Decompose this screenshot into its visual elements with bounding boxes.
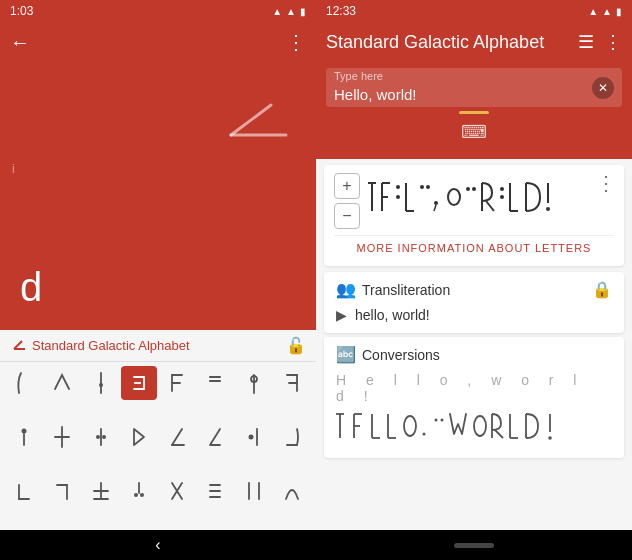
char-cell[interactable] xyxy=(274,474,310,508)
section-title-row: 👥 Transliteration xyxy=(336,280,450,299)
char-cell[interactable] xyxy=(274,420,310,454)
zoom-in-button[interactable]: + xyxy=(334,173,360,199)
zoom-out-button[interactable]: − xyxy=(334,203,360,229)
more-options-left[interactable]: ⋮ xyxy=(286,30,306,54)
play-button[interactable]: ▶ xyxy=(336,307,347,323)
char-cell[interactable] xyxy=(197,474,233,508)
transliteration-card: 👥 Transliteration 🔒 ▶ hello, world! xyxy=(324,272,624,333)
conversions-title: Conversions xyxy=(362,347,440,363)
input-box[interactable]: Type here Hello, world! ✕ xyxy=(326,68,622,107)
char-cell[interactable] xyxy=(121,420,157,454)
symbol-display-area: + − xyxy=(334,171,614,231)
svg-point-34 xyxy=(134,493,138,497)
wifi-icon-right: ▲ xyxy=(588,6,598,17)
char-cell[interactable] xyxy=(6,366,42,400)
svg-point-68 xyxy=(546,207,550,211)
svg-point-80 xyxy=(435,419,438,422)
char-cell[interactable] xyxy=(83,366,119,400)
clear-icon: ✕ xyxy=(598,81,608,95)
nav-bar-left: ‹ xyxy=(0,530,316,560)
char-cell[interactable] xyxy=(274,366,310,400)
status-time-right: 12:33 xyxy=(326,4,356,18)
top-bar-left: ← ⋮ xyxy=(0,22,316,62)
battery-icon-right: ▮ xyxy=(616,6,622,17)
small-dot-symbol: i xyxy=(12,162,15,176)
keyboard-header: Standard Galactic Alphabet 🔓 xyxy=(0,330,316,362)
top-icons-right: ☰ ⋮ xyxy=(578,31,622,53)
char-cell[interactable] xyxy=(197,420,233,454)
svg-point-58 xyxy=(466,187,470,191)
char-cell[interactable] xyxy=(197,366,233,400)
nav-home-indicator[interactable] xyxy=(454,543,494,548)
char-cell-selected[interactable] xyxy=(121,366,157,400)
svg-point-62 xyxy=(500,187,504,191)
svg-point-53 xyxy=(420,185,424,189)
input-underline xyxy=(326,107,622,119)
char-cell[interactable] xyxy=(44,420,80,454)
large-letter-display: d xyxy=(20,265,42,310)
svg-point-81 xyxy=(441,419,444,422)
char-cell[interactable] xyxy=(236,474,272,508)
svg-point-35 xyxy=(140,493,144,497)
svg-point-54 xyxy=(426,185,430,189)
char-cell[interactable] xyxy=(121,474,157,508)
letter-display-area: i d xyxy=(0,62,316,330)
transliteration-icon: 👥 xyxy=(336,280,356,299)
symbol-display-card: + − xyxy=(324,165,624,266)
svg-point-59 xyxy=(472,187,476,191)
right-panel: 12:33 ▲ ▲ ▮ Standard Galactic Alphabet ☰… xyxy=(316,0,632,560)
sga-text-display xyxy=(360,175,596,228)
char-cell[interactable] xyxy=(83,420,119,454)
conversions-spaced-text: H e l l o , w o r l d ! xyxy=(336,372,612,404)
nav-bar-right xyxy=(316,530,632,560)
char-cell[interactable] xyxy=(6,420,42,454)
char-cell[interactable] xyxy=(44,474,80,508)
status-icons-right: ▲ ▲ ▮ xyxy=(588,6,622,17)
battery-icon-left: ▮ xyxy=(300,6,306,17)
svg-point-22 xyxy=(96,435,100,439)
lock-icon-keyboard[interactable]: 🔓 xyxy=(286,336,306,355)
list-icon[interactable]: ☰ xyxy=(578,31,594,53)
char-grid xyxy=(0,362,316,530)
more-options-card[interactable]: ⋮ xyxy=(596,171,616,195)
nav-back-left[interactable]: ‹ xyxy=(155,536,160,554)
keyboard-title: Standard Galactic Alphabet xyxy=(10,338,190,353)
svg-point-5 xyxy=(99,383,103,387)
char-cell[interactable] xyxy=(6,474,42,508)
char-cell[interactable] xyxy=(44,366,80,400)
char-cell[interactable] xyxy=(236,420,272,454)
more-options-right[interactable]: ⋮ xyxy=(604,31,622,53)
svg-line-56 xyxy=(434,205,436,211)
svg-line-0 xyxy=(231,105,271,135)
keyboard-panel: Standard Galactic Alphabet 🔓 xyxy=(0,330,316,530)
keyboard-icon[interactable]: ⌨ xyxy=(461,121,487,143)
keyboard-title-text: Standard Galactic Alphabet xyxy=(32,338,190,353)
input-clear-button[interactable]: ✕ xyxy=(592,77,614,99)
conversions-icon: 🔤 xyxy=(336,345,356,364)
svg-point-23 xyxy=(102,435,106,439)
svg-point-79 xyxy=(423,433,426,436)
status-icons-left: ▲ ▲ ▮ xyxy=(272,6,306,17)
sga-symbols-svg xyxy=(368,175,588,223)
svg-line-2 xyxy=(14,341,22,349)
char-cell[interactable] xyxy=(159,366,195,400)
more-info-button[interactable]: MORE INFORMATION ABOUT LETTERS xyxy=(334,235,614,260)
char-cell[interactable] xyxy=(159,474,195,508)
back-button-left[interactable]: ← xyxy=(10,31,30,54)
cursor-indicator xyxy=(459,111,489,114)
char-cell[interactable] xyxy=(159,420,195,454)
app-title: Standard Galactic Alphabet xyxy=(326,32,544,53)
svg-point-50 xyxy=(396,195,400,199)
char-cell[interactable] xyxy=(83,474,119,508)
wifi-icon-left: ▲ xyxy=(272,6,282,17)
svg-point-17 xyxy=(22,429,27,434)
input-area: Type here Hello, world! ✕ ⌨ xyxy=(316,62,632,159)
left-panel: 1:03 ▲ ▲ ▮ ← ⋮ i d Standard G xyxy=(0,0,316,560)
char-cell[interactable] xyxy=(236,366,272,400)
svg-point-57 xyxy=(448,189,460,205)
transliteration-header: 👥 Transliteration 🔒 xyxy=(336,280,612,299)
play-row: ▶ hello, world! xyxy=(336,305,612,325)
input-placeholder: Type here xyxy=(334,70,383,82)
conversions-symbols xyxy=(336,410,612,450)
sga-symbol-svg xyxy=(211,97,291,152)
